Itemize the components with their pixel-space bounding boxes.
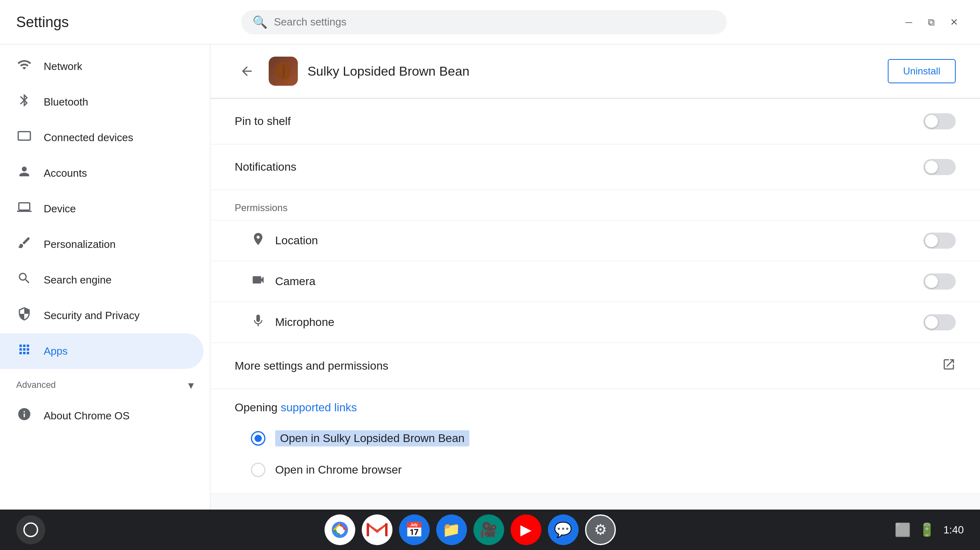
taskbar-app-settings[interactable]: ⚙ <box>585 514 616 545</box>
open-in-app-radio[interactable] <box>251 431 265 446</box>
taskbar-app-meet[interactable]: 🎥 <box>473 514 504 545</box>
person-icon <box>16 164 32 182</box>
taskbar-left <box>16 515 45 544</box>
close-button[interactable]: ✕ <box>944 14 964 30</box>
taskbar-app-chrome[interactable] <box>325 514 355 545</box>
open-in-app-option[interactable]: Open in Sulky Lopsided Brown Bean <box>210 422 980 455</box>
sidebar-item-personalization[interactable]: Personalization <box>0 226 204 262</box>
advanced-label: Advanced <box>16 380 56 390</box>
sidebar-item-device[interactable]: Device <box>0 191 204 226</box>
window-header: Settings 🔍 ─ ⧉ ✕ <box>0 0 980 44</box>
external-link-icon <box>942 358 956 374</box>
sidebar-item-network[interactable]: Network <box>0 49 204 84</box>
minimize-button[interactable]: ─ <box>899 14 918 30</box>
sidebar-item-label: Search engine <box>44 274 112 286</box>
microphone-toggle[interactable] <box>923 314 956 330</box>
screen-icon[interactable]: ⬜ <box>895 522 911 537</box>
opening-section: Opening supported links Open in Sulky Lo… <box>210 389 980 494</box>
location-left: Location <box>251 232 318 250</box>
microphone-permission-row: Microphone <box>210 302 980 343</box>
sidebar-item-security-privacy[interactable]: Security and Privacy <box>0 298 204 333</box>
taskbar-app-files[interactable]: 📁 <box>436 514 467 545</box>
sidebar-item-label: Security and Privacy <box>44 309 140 322</box>
advanced-chevron-icon: ▾ <box>188 379 194 392</box>
brush-icon <box>16 235 32 254</box>
svg-rect-5 <box>367 522 388 538</box>
taskbar-app-messages[interactable]: 💬 <box>548 514 579 545</box>
sidebar-item-connected-devices[interactable]: Connected devices <box>0 120 204 155</box>
battery-icon[interactable]: 🔋 <box>919 522 935 537</box>
more-settings-label: More settings and permissions <box>235 360 388 372</box>
camera-label: Camera <box>275 275 316 288</box>
open-in-chrome-label: Open in Chrome browser <box>275 463 402 476</box>
svg-point-1 <box>24 523 37 536</box>
uninstall-button[interactable]: Uninstall <box>888 59 956 83</box>
wifi-icon <box>16 57 32 76</box>
sidebar-advanced-section[interactable]: Advanced ▾ <box>0 369 210 398</box>
app-name: Sulky Lopsided Brown Bean <box>308 64 878 79</box>
more-settings-row[interactable]: More settings and permissions <box>210 343 980 389</box>
camera-permission-row: Camera <box>210 261 980 302</box>
camera-left: Camera <box>251 273 316 290</box>
search-icon: 🔍 <box>252 15 267 29</box>
camera-toggle[interactable] <box>923 273 956 290</box>
search-input[interactable] <box>274 16 715 28</box>
tablet-icon <box>16 129 32 147</box>
window-title: Settings <box>16 14 69 31</box>
permissions-section-header: Permissions <box>210 190 980 220</box>
window-controls: ─ ⧉ ✕ <box>899 14 964 30</box>
pin-to-shelf-label: Pin to shelf <box>235 115 291 128</box>
svg-point-0 <box>274 61 293 82</box>
open-in-app-label: Open in Sulky Lopsided Brown Bean <box>275 430 469 446</box>
sidebar-item-bluetooth[interactable]: Bluetooth <box>0 84 204 120</box>
sidebar-item-label: Connected devices <box>44 131 133 144</box>
header-left: Settings <box>16 14 69 31</box>
laptop-icon <box>16 200 32 218</box>
opening-prefix: Opening <box>235 401 281 414</box>
settings-body: Network Bluetooth Connected devices <box>0 44 980 510</box>
location-label: Location <box>275 234 318 247</box>
search-bar[interactable]: 🔍 <box>241 10 727 34</box>
sidebar-item-label: Device <box>44 203 76 215</box>
pin-to-shelf-row: Pin to shelf <box>210 99 980 144</box>
sidebar-item-label: Network <box>44 60 82 73</box>
apps-grid-icon <box>16 342 32 360</box>
taskbar: 📅 📁 🎥 ▶ 💬 ⚙ ⬜ 🔋 1:40 <box>0 510 980 550</box>
location-icon <box>251 232 265 250</box>
taskbar-app-calendar[interactable]: 📅 <box>399 514 430 545</box>
microphone-left: Microphone <box>251 313 334 331</box>
sidebar-item-label: Apps <box>44 345 68 358</box>
sidebar-item-search-engine[interactable]: Search engine <box>0 262 204 298</box>
supported-links[interactable]: supported links <box>281 401 357 414</box>
launcher-button[interactable] <box>16 515 45 544</box>
sidebar-item-label: Personalization <box>44 238 116 251</box>
notifications-toggle[interactable] <box>923 159 956 175</box>
sidebar-item-label: About Chrome OS <box>44 410 129 422</box>
sidebar-item-label: Accounts <box>44 167 87 180</box>
open-in-chrome-radio[interactable] <box>251 463 265 477</box>
search-engine-icon <box>16 271 32 289</box>
camera-icon <box>251 273 265 290</box>
taskbar-center: 📅 📁 🎥 ▶ 💬 ⚙ <box>325 514 616 545</box>
location-toggle[interactable] <box>923 233 956 249</box>
permissions-label: Permissions <box>235 202 288 213</box>
back-button[interactable] <box>235 59 259 83</box>
app-icon <box>269 57 298 86</box>
microphone-icon <box>251 313 265 331</box>
open-in-chrome-option[interactable]: Open in Chrome browser <box>210 455 980 493</box>
taskbar-app-gmail[interactable] <box>362 514 392 545</box>
notifications-label: Notifications <box>235 161 297 173</box>
settings-window: Settings 🔍 ─ ⧉ ✕ Network <box>0 0 980 510</box>
taskbar-app-youtube[interactable]: ▶ <box>511 514 541 545</box>
pin-to-shelf-toggle[interactable] <box>923 113 956 129</box>
location-permission-row: Location <box>210 220 980 261</box>
sidebar-item-apps[interactable]: Apps <box>0 333 204 369</box>
shield-icon <box>16 307 32 325</box>
svg-point-4 <box>336 526 344 533</box>
bluetooth-icon <box>16 93 32 111</box>
sidebar-item-about[interactable]: About Chrome OS <box>0 398 204 434</box>
app-header: Sulky Lopsided Brown Bean Uninstall <box>210 44 980 99</box>
maximize-button[interactable]: ⧉ <box>922 14 941 30</box>
taskbar-right: ⬜ 🔋 1:40 <box>895 522 964 537</box>
sidebar-item-accounts[interactable]: Accounts <box>0 155 204 191</box>
